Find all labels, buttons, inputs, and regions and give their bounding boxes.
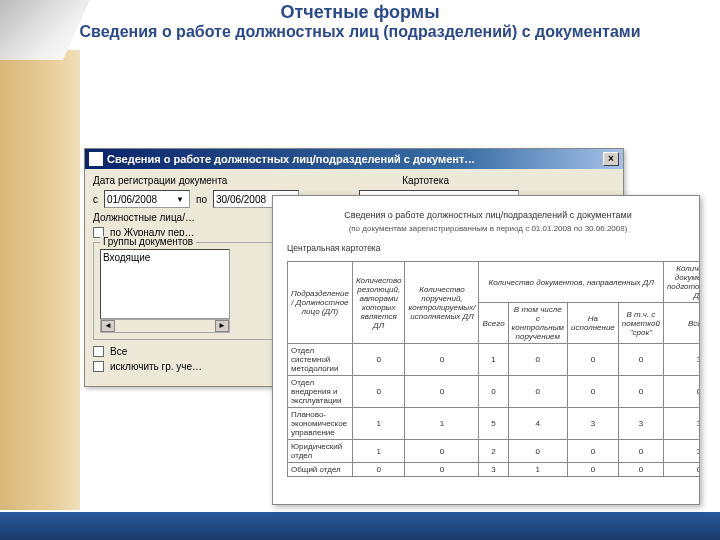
row-value: 0 (567, 463, 618, 477)
row-value: 0 (567, 344, 618, 376)
page-subtitle: Сведения о работе должностных лиц (подра… (40, 23, 680, 41)
row-value: 0 (663, 376, 700, 408)
row-name: Отдел системной методологии (288, 344, 353, 376)
row-value: 3 (618, 408, 663, 440)
row-value: 0 (508, 344, 567, 376)
col-docs-all: Всего (663, 303, 700, 344)
row-value: 1 (479, 344, 508, 376)
row-value: 1 (405, 408, 479, 440)
col-dept: Подразделение / Должностное лицо (ДЛ) (288, 262, 353, 344)
dialog-title: Сведения о работе должностных лиц/подраз… (107, 153, 603, 165)
row-value: 0 (508, 440, 567, 463)
row-value: 0 (405, 463, 479, 477)
report-preview: Сведения о работе должностных лиц/подраз… (272, 195, 700, 505)
table-row: Юридический отдел1020003 (288, 440, 701, 463)
col-sent-mark: В т.ч. с пометкой "срок" (618, 303, 663, 344)
row-value: 0 (567, 376, 618, 408)
report-table: Подразделение / Должностное лицо (ДЛ) Ко… (287, 261, 700, 477)
row-name: Отдел внедрения и эксплуатации (288, 376, 353, 408)
row-value: 3 (663, 440, 700, 463)
row-value: 0 (618, 463, 663, 477)
row-value: 0 (352, 344, 405, 376)
all-checkbox[interactable] (93, 346, 104, 357)
table-row: Отдел внедрения и эксплуатации0000000 (288, 376, 701, 408)
row-value: 0 (618, 344, 663, 376)
page-header: Отчетные формы Сведения о работе должнос… (0, 0, 720, 41)
row-value: 2 (479, 440, 508, 463)
row-name: Планово-экономическое управление (288, 408, 353, 440)
col-orders: Количество поручений, контролируемых/исп… (405, 262, 479, 344)
all-label: Все (110, 346, 127, 357)
from-label: с (93, 194, 98, 205)
cardfile-label: Картотека (402, 175, 449, 186)
row-name: Общий отдел (288, 463, 353, 477)
row-value: 3 (663, 408, 700, 440)
row-value: 0 (405, 440, 479, 463)
row-value: 0 (663, 463, 700, 477)
row-value: 0 (618, 376, 663, 408)
table-row: Общий отдел0031000 (288, 463, 701, 477)
table-row: Планово-экономическое управление1154333 (288, 408, 701, 440)
scroll-right-icon[interactable]: ► (215, 320, 229, 332)
reg-date-label: Дата регистрации документа (93, 175, 227, 186)
table-row: Отдел системной методологии0010003 (288, 344, 701, 376)
row-value: 4 (508, 408, 567, 440)
groups-list[interactable]: Входящие (100, 249, 230, 319)
dialog-titlebar[interactable]: Сведения о работе должностных лиц/подраз… (85, 149, 623, 169)
report-tbody: Отдел системной методологии0010003Отдел … (288, 344, 701, 477)
col-sent-ctrl: В том числе с контрольным поручением (508, 303, 567, 344)
row-value: 0 (567, 440, 618, 463)
app-icon (89, 152, 103, 166)
decorative-bottom-bar (0, 512, 720, 540)
report-subtitle: (по документам зарегистрированным в пери… (287, 224, 689, 233)
col-sent-all: Всего (479, 303, 508, 344)
to-label: по (196, 194, 207, 205)
date-from-value: 01/06/2008 (107, 194, 157, 205)
officials-label: Должностные лица/… (93, 212, 195, 223)
close-icon[interactable]: × (603, 152, 619, 166)
report-title: Сведения о работе должностных лиц/подраз… (287, 210, 689, 220)
row-value: 1 (508, 463, 567, 477)
row-value: 3 (479, 463, 508, 477)
report-cardfile: Центральная картотека (287, 243, 689, 253)
groups-legend: Группы документов (100, 236, 196, 247)
row-value: 0 (352, 376, 405, 408)
page-title: Отчетные формы (40, 2, 680, 23)
horizontal-scrollbar[interactable]: ◄ ► (100, 319, 230, 333)
col-sent-group: Количество документов, направленных ДЛ (479, 262, 663, 303)
group-item[interactable]: Входящие (103, 252, 227, 263)
date-from-input[interactable]: 01/06/2008 ▼ (104, 190, 190, 208)
row-value: 3 (663, 344, 700, 376)
row-value: 0 (508, 376, 567, 408)
row-value: 0 (405, 376, 479, 408)
row-value: 0 (479, 376, 508, 408)
col-sent-exec: На исполнение (567, 303, 618, 344)
exclude-label: исключить гр. уче… (110, 361, 202, 372)
row-value: 5 (479, 408, 508, 440)
row-name: Юридический отдел (288, 440, 353, 463)
row-value: 3 (567, 408, 618, 440)
row-value: 1 (352, 440, 405, 463)
col-docs-group: Количество документов, подготовленных ДЛ (663, 262, 700, 303)
row-value: 0 (405, 344, 479, 376)
scroll-left-icon[interactable]: ◄ (101, 320, 115, 332)
decorative-side-band (0, 50, 80, 510)
date-to-value: 30/06/2008 (216, 194, 266, 205)
exclude-checkbox[interactable] (93, 361, 104, 372)
row-value: 0 (352, 463, 405, 477)
row-value: 1 (352, 408, 405, 440)
col-resolutions: Количество резолюций, авторами которых я… (352, 262, 405, 344)
chevron-down-icon[interactable]: ▼ (173, 195, 187, 204)
row-value: 0 (618, 440, 663, 463)
